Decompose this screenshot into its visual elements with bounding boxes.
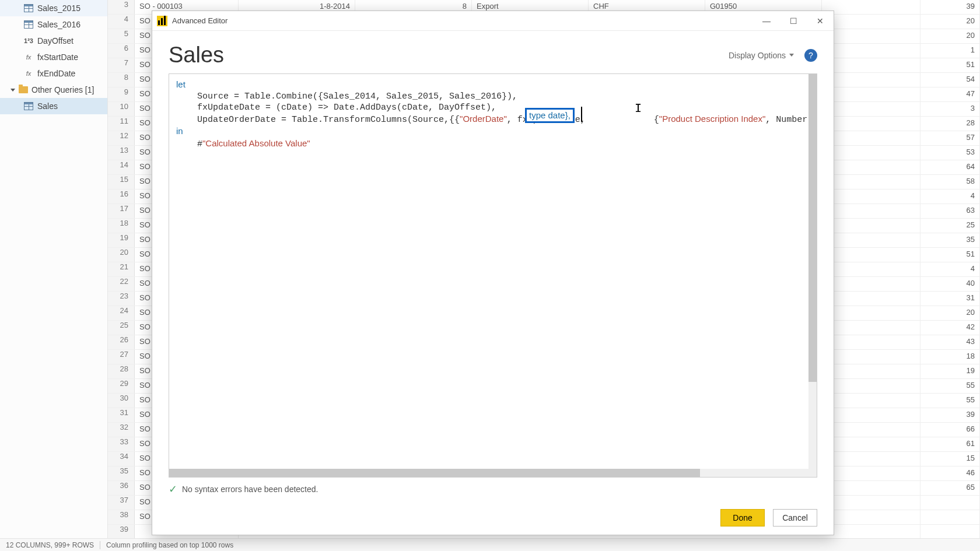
table-icon	[23, 4, 34, 12]
status-columns: 12 COLUMNS, 999+ ROWS	[6, 541, 94, 549]
text-cursor	[581, 107, 582, 122]
row-number: 6	[108, 44, 135, 58]
row-number: 26	[108, 335, 135, 349]
caret-down-icon	[789, 54, 794, 57]
row-number: 3	[108, 0, 135, 14]
table-icon	[23, 102, 34, 110]
row-number: 17	[108, 204, 135, 218]
row-number: 33	[108, 437, 135, 451]
dialog-titlebar[interactable]: Advanced Editor — ☐ ✕	[152, 11, 834, 31]
query-label: Sales	[37, 101, 58, 111]
row-number: 18	[108, 219, 135, 233]
query-item-fxenddate[interactable]: fx fxEndDate	[0, 65, 107, 82]
folder-label: Other Queries [1]	[32, 85, 94, 94]
row-number: 13	[108, 146, 135, 160]
row-number: 19	[108, 233, 135, 247]
row-number: 34	[108, 452, 135, 466]
row-number: 38	[108, 510, 135, 524]
query-item-sales-2015[interactable]: Sales_2015	[0, 0, 107, 16]
row-number: 9	[108, 87, 135, 101]
number-icon: 1²3	[23, 37, 34, 45]
row-number: 30	[108, 394, 135, 408]
row-number: 25	[108, 321, 135, 335]
row-number: 7	[108, 58, 135, 72]
row-number: 10	[108, 102, 135, 116]
query-item-sales-2016[interactable]: Sales_2016	[0, 16, 107, 33]
close-button[interactable]: ✕	[807, 11, 834, 31]
editor-vertical-scroll[interactable]	[808, 74, 817, 469]
row-number: 11	[108, 117, 135, 131]
row-number: 14	[108, 160, 135, 174]
syntax-status-text: No syntax errors have been detected.	[182, 485, 318, 494]
query-item-dayoffset[interactable]: 1²3 DayOffset	[0, 33, 107, 49]
row-number: 16	[108, 189, 135, 203]
query-label: fxStartDate	[37, 52, 78, 62]
queries-sidebar: Sales_2015 Sales_2016 1²3 DayOffset fx f…	[0, 0, 108, 538]
code-editor[interactable]: let Source = Table.Combine({Sales_2014, …	[169, 73, 817, 478]
row-number: 20	[108, 248, 135, 262]
query-item-fxstartdate[interactable]: fx fxStartDate	[0, 49, 107, 65]
advanced-editor-dialog: Advanced Editor — ☐ ✕ Sales Display Opti…	[152, 10, 834, 535]
row-number: 39	[108, 525, 135, 539]
folder-icon	[19, 86, 28, 93]
row-number: 23	[108, 292, 135, 306]
row-number: 29	[108, 379, 135, 393]
done-button[interactable]: Done	[720, 509, 765, 527]
row-number: 22	[108, 277, 135, 291]
help-button[interactable]: ?	[804, 49, 817, 62]
highlight-selection: type date},	[525, 108, 575, 123]
minimize-button[interactable]: —	[753, 11, 780, 31]
row-number: 31	[108, 408, 135, 422]
row-number: 37	[108, 496, 135, 510]
row-number: 5	[108, 29, 135, 43]
query-label: fxEndDate	[37, 69, 75, 78]
row-number: 8	[108, 73, 135, 87]
row-number: 21	[108, 262, 135, 276]
row-number: 32	[108, 423, 135, 437]
caret-down-icon	[10, 89, 15, 92]
row-number: 15	[108, 175, 135, 189]
powerbi-icon	[157, 16, 167, 26]
table-icon	[23, 20, 34, 29]
check-icon: ✓	[169, 483, 177, 496]
row-number: 28	[108, 364, 135, 378]
editor-horizontal-scroll[interactable]	[169, 469, 817, 477]
query-label: Sales_2016	[37, 20, 80, 29]
dialog-title: Advanced Editor	[172, 16, 228, 25]
row-number: 35	[108, 466, 135, 480]
status-bar: 12 COLUMNS, 999+ ROWS Column profiling b…	[0, 538, 980, 551]
syntax-status: ✓ No syntax errors have been detected.	[169, 481, 817, 497]
dialog-heading: Sales	[169, 43, 224, 68]
cancel-button[interactable]: Cancel	[773, 509, 817, 527]
fx-icon: fx	[23, 69, 34, 78]
display-options-dropdown[interactable]: Display Options	[729, 51, 794, 60]
folder-other-queries[interactable]: Other Queries [1]	[0, 82, 107, 98]
query-label: DayOffset	[37, 36, 74, 45]
query-item-sales[interactable]: Sales	[0, 98, 107, 114]
row-number: 12	[108, 131, 135, 145]
query-label: Sales_2015	[37, 3, 80, 13]
display-options-label: Display Options	[729, 51, 786, 60]
fx-icon: fx	[23, 53, 34, 61]
row-number: 4	[108, 15, 135, 29]
status-profiling: Column profiling based on top 1000 rows	[106, 541, 233, 549]
maximize-button[interactable]: ☐	[780, 11, 807, 31]
mouse-ibeam-icon: I	[635, 101, 642, 115]
row-number: 27	[108, 350, 135, 364]
row-number: 24	[108, 306, 135, 320]
row-number: 36	[108, 481, 135, 495]
